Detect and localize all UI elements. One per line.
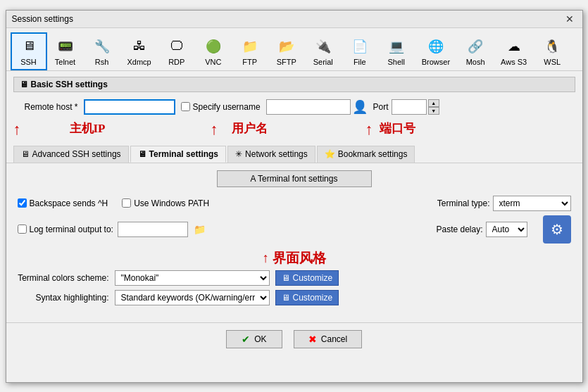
rsh-icon: 🔧 bbox=[92, 37, 112, 56]
arrow1: ↑ bbox=[13, 120, 21, 139]
cancel-button[interactable]: ✖ Cancel bbox=[294, 330, 362, 348]
tab-terminal[interactable]: 🖥 Terminal settings bbox=[130, 146, 226, 163]
log-output-checkbox[interactable] bbox=[18, 225, 27, 234]
toolbar-item-browser[interactable]: 🌐 Browser bbox=[415, 32, 457, 70]
windows-path-checkbox[interactable] bbox=[122, 198, 131, 208]
host-annotation: 主机IP bbox=[70, 120, 106, 137]
toolbar-item-xdmcp[interactable]: 🖧 Xdmcp bbox=[120, 32, 158, 70]
dialog-title: Session settings bbox=[12, 14, 73, 24]
tab-advanced_ssh[interactable]: 🖥 Advanced SSH settings bbox=[13, 146, 129, 163]
toolbar-item-mosh[interactable]: 🔗 Mosh bbox=[457, 32, 494, 70]
file-icon: 📄 bbox=[350, 37, 370, 56]
customize-syntax-button[interactable]: 🖥 Customize bbox=[275, 290, 339, 305]
browser-icon: 🌐 bbox=[426, 37, 446, 56]
close-button[interactable]: ✕ bbox=[563, 13, 577, 25]
bookmark-tab-icon: ⭐ bbox=[325, 149, 335, 159]
log-output-checkbox-label[interactable]: Log terminal output to: bbox=[18, 225, 113, 234]
port-label: Port bbox=[373, 102, 389, 112]
toolbar-item-shell[interactable]: 💻 Shell bbox=[378, 32, 415, 70]
gear-icon[interactable]: ⚙ bbox=[543, 215, 571, 244]
vnc-label: VNC bbox=[205, 58, 221, 66]
toolbar-item-wsl[interactable]: 🐧 WSL bbox=[534, 32, 570, 70]
user-icon: 👤 bbox=[352, 99, 368, 115]
port-group: Port 22 ▲ ▼ bbox=[373, 99, 439, 115]
syntax-select[interactable]: Standard keywords (OK/warning/error/...)… bbox=[115, 290, 270, 305]
mosh-icon: 🔗 bbox=[465, 37, 485, 56]
paste-delay-select[interactable]: Auto None Short Long bbox=[486, 222, 527, 237]
toolbar-item-vnc[interactable]: 🟢 VNC bbox=[195, 32, 232, 70]
toolbar-item-rsh[interactable]: 🔧 Rsh bbox=[84, 32, 120, 70]
terminal-type-group: Terminal type: xterm xterm-256color vt10… bbox=[437, 196, 571, 211]
remote-host-label: Remote host * bbox=[25, 102, 78, 112]
rdp-label: RDP bbox=[168, 58, 184, 66]
colors-scheme-select[interactable]: "Monokai" Default Solarized Dark Solariz… bbox=[115, 270, 270, 286]
browser-label: Browser bbox=[422, 58, 450, 66]
toolbar-item-awss3[interactable]: ☁ Aws S3 bbox=[494, 32, 534, 70]
toolbar-item-sftp[interactable]: 📂 SFTP bbox=[268, 32, 305, 70]
log-browse-icon: 📁 bbox=[194, 224, 206, 235]
customize-syntax-icon: 🖥 bbox=[282, 293, 290, 303]
toolbar-item-telnet[interactable]: 📟 Telnet bbox=[47, 32, 84, 70]
ftp-label: FTP bbox=[242, 58, 257, 66]
basic-ssh-section: 🖥 Basic SSH settings Remote host * Speci… bbox=[13, 77, 575, 118]
toolbar-item-ftp[interactable]: 📁 FTP bbox=[232, 32, 268, 70]
windows-path-label[interactable]: Use Windows PATH bbox=[122, 196, 209, 211]
customize-colors-icon: 🖥 bbox=[282, 273, 290, 283]
font-settings-row: A Terminal font settings bbox=[18, 170, 571, 187]
basic-ssh-title: Basic SSH settings bbox=[31, 80, 108, 89]
serial-label: Serial bbox=[313, 58, 333, 66]
ok-icon: ✔ bbox=[242, 334, 250, 345]
ssh-label: SSH bbox=[20, 58, 37, 66]
wsl-icon: 🐧 bbox=[542, 37, 562, 56]
remote-host-input[interactable] bbox=[84, 99, 175, 115]
toolbar-item-file[interactable]: 📄 File bbox=[342, 32, 378, 70]
terminal-font-button[interactable]: A Terminal font settings bbox=[217, 170, 372, 187]
style-annotation: ↑ 界面风格 bbox=[18, 249, 571, 267]
session-type-toolbar: 🖥 SSH 📟 Telnet 🔧 Rsh 🖧 Xdmcp 🖵 RDP 🟢 VNC… bbox=[6, 28, 582, 71]
port-down-button[interactable]: ▼ bbox=[428, 107, 439, 115]
shell-icon: 💻 bbox=[387, 37, 406, 56]
backspace-checkbox[interactable] bbox=[18, 198, 27, 208]
network-tab-icon: ✳ bbox=[235, 149, 242, 159]
log-output-input[interactable] bbox=[118, 222, 188, 237]
cancel-icon: ✖ bbox=[308, 334, 317, 345]
log-output-row: Log terminal output to: 📁 Paste delay: A… bbox=[18, 215, 571, 244]
telnet-icon: 📟 bbox=[56, 37, 75, 56]
ftp-icon: 📁 bbox=[240, 37, 260, 56]
port-up-button[interactable]: ▲ bbox=[428, 99, 439, 107]
specify-username-label[interactable]: Specify username bbox=[181, 102, 261, 112]
awss3-label: Aws S3 bbox=[501, 58, 527, 66]
terminal-type-label: Terminal type: bbox=[437, 198, 490, 208]
arrow3: ↑ bbox=[365, 120, 373, 139]
backspace-label[interactable]: Backspace sends ^H bbox=[18, 196, 108, 211]
username-input[interactable] bbox=[266, 99, 351, 115]
syntax-row: Syntax highlighting: Standard keywords (… bbox=[18, 290, 571, 305]
awss3-icon: ☁ bbox=[504, 37, 524, 56]
toolbar-item-ssh[interactable]: 🖥 SSH bbox=[11, 32, 47, 70]
sftp-label: SFTP bbox=[277, 58, 296, 66]
style-arrow: ↑ bbox=[262, 251, 272, 265]
colors-scheme-row: Terminal colors scheme: "Monokai" Defaul… bbox=[18, 270, 571, 286]
file-label: File bbox=[354, 58, 366, 66]
colors-scheme-label: Terminal colors scheme: bbox=[18, 273, 109, 283]
specify-username-checkbox[interactable] bbox=[181, 102, 190, 111]
xdmcp-icon: 🖧 bbox=[130, 37, 149, 56]
toolbar-item-rdp[interactable]: 🖵 RDP bbox=[158, 32, 195, 70]
annotation-row: 主机IP ↑ 用户名 ↑ 端口号 ↑ bbox=[13, 120, 582, 143]
customize-colors-button[interactable]: 🖥 Customize bbox=[275, 270, 339, 286]
shell-label: Shell bbox=[388, 58, 405, 66]
serial-icon: 🔌 bbox=[313, 37, 333, 56]
title-bar: Session settings ✕ bbox=[6, 11, 582, 28]
arrow2: ↑ bbox=[211, 120, 218, 139]
username-group: 👤 bbox=[266, 99, 368, 115]
port-input[interactable]: 22 bbox=[392, 99, 427, 115]
ok-button[interactable]: ✔ OK bbox=[226, 330, 282, 348]
toolbar-item-serial[interactable]: 🔌 Serial bbox=[305, 32, 342, 70]
username-annotation: 用户名 bbox=[232, 120, 268, 137]
ssh-header-icon: 🖥 bbox=[20, 80, 28, 89]
vnc-icon: 🟢 bbox=[204, 37, 223, 56]
tab-bookmark[interactable]: ⭐ Bookmark settings bbox=[317, 146, 415, 163]
syntax-label: Syntax highlighting: bbox=[18, 293, 109, 303]
terminal-type-select[interactable]: xterm xterm-256color vt100 linux bbox=[493, 196, 571, 211]
tab-network[interactable]: ✳ Network settings bbox=[227, 146, 315, 163]
